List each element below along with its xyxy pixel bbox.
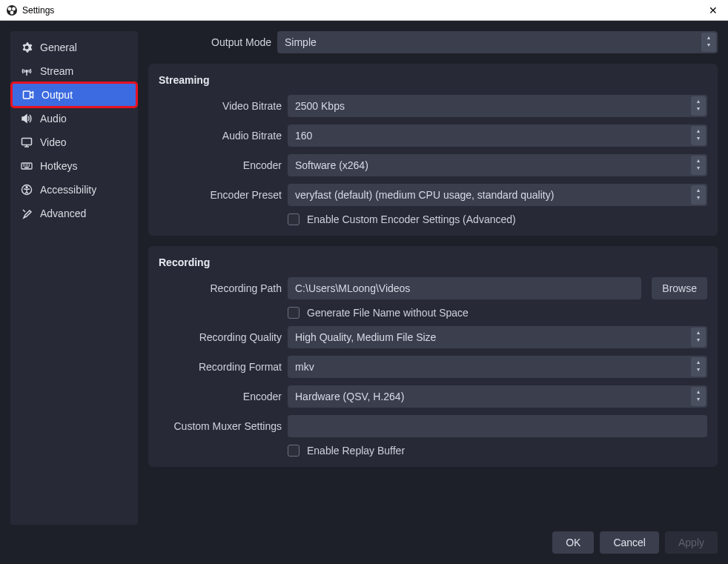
audio-bitrate-value: 160	[295, 130, 312, 142]
output-mode-select[interactable]: Simple ▴▾	[277, 31, 718, 53]
ok-button[interactable]: OK	[552, 531, 594, 554]
checkbox-icon[interactable]	[288, 445, 300, 457]
replay-buffer-row[interactable]: Enable Replay Buffer	[288, 445, 707, 457]
sidebar-item-label: Advanced	[40, 208, 86, 219]
enable-custom-label: Enable Custom Encoder Settings (Advanced…	[307, 213, 516, 225]
dropdown-icon: ▴▾	[691, 185, 706, 205]
dropdown-icon: ▴▾	[691, 156, 706, 175]
muxer-label: Custom Muxer Settings	[159, 420, 282, 432]
enable-custom-encoder-row[interactable]: Enable Custom Encoder Settings (Advanced…	[288, 213, 707, 225]
video-bitrate-input[interactable]: 2500 Kbps ▴▾	[288, 95, 707, 117]
recording-path-label: Recording Path	[159, 282, 282, 294]
speaker-icon	[21, 113, 33, 125]
sidebar-item-stream[interactable]: Stream	[10, 59, 138, 83]
output-mode-row: Output Mode Simple ▴▾	[148, 31, 718, 53]
accessibility-icon	[21, 184, 33, 196]
streaming-title: Streaming	[159, 74, 707, 86]
recording-title: Recording	[159, 256, 707, 268]
video-bitrate-value: 2500 Kbps	[295, 100, 345, 112]
sidebar-item-label: Accessibility	[40, 184, 96, 196]
settings-content: Output Mode Simple ▴▾ Streaming Video Bi…	[148, 31, 718, 525]
muxer-input[interactable]	[288, 415, 707, 437]
encoder-label: Encoder	[159, 159, 282, 171]
recording-encoder-label: Encoder	[159, 391, 282, 402]
sidebar-item-label: General	[40, 42, 77, 53]
gear-icon	[21, 42, 33, 53]
monitor-icon	[21, 136, 33, 148]
keyboard-icon	[21, 160, 33, 172]
sidebar-item-label: Output	[42, 89, 73, 101]
streaming-section: Streaming Video Bitrate 2500 Kbps ▴▾ Aud…	[148, 64, 718, 236]
sidebar-item-label: Audio	[40, 113, 67, 125]
browse-button[interactable]: Browse	[652, 277, 707, 299]
svg-point-3	[10, 10, 14, 14]
encoder-select[interactable]: Software (x264) ▴▾	[288, 154, 707, 176]
dropdown-icon: ▴▾	[691, 357, 706, 376]
sidebar-item-label: Video	[40, 136, 67, 148]
encoder-preset-value: veryfast (default) (medium CPU usage, st…	[295, 189, 554, 201]
sidebar-item-accessibility[interactable]: Accessibility	[10, 178, 138, 202]
checkbox-icon[interactable]	[288, 213, 300, 225]
dropdown-icon: ▴▾	[691, 387, 706, 406]
svg-point-2	[12, 7, 16, 10]
window-title: Settings	[22, 5, 54, 16]
recording-quality-label: Recording Quality	[159, 331, 282, 343]
video-bitrate-label: Video Bitrate	[159, 100, 282, 112]
output-mode-label: Output Mode	[148, 36, 271, 48]
svg-rect-6	[22, 139, 32, 145]
replay-buffer-label: Enable Replay Buffer	[307, 445, 405, 457]
recording-format-label: Recording Format	[159, 361, 282, 373]
audio-bitrate-label: Audio Bitrate	[159, 130, 282, 142]
encoder-value: Software (x264)	[295, 159, 368, 171]
sidebar-item-video[interactable]: Video	[10, 130, 138, 154]
recording-format-select[interactable]: mkv ▴▾	[288, 356, 707, 378]
apply-button[interactable]: Apply	[665, 531, 718, 554]
sidebar-item-output[interactable]: Output	[12, 83, 136, 107]
audio-bitrate-select[interactable]: 160 ▴▾	[288, 125, 707, 147]
svg-point-9	[26, 187, 27, 188]
checkbox-icon[interactable]	[288, 307, 300, 319]
generate-no-space-row[interactable]: Generate File Name without Space	[288, 307, 707, 319]
dropdown-icon: ▴▾	[691, 328, 706, 347]
sidebar-item-hotkeys[interactable]: Hotkeys	[10, 154, 138, 178]
recording-encoder-value: Hardware (QSV, H.264)	[295, 391, 404, 402]
dropdown-icon: ▴▾	[701, 33, 716, 52]
titlebar: Settings ✕	[0, 0, 728, 21]
window-close-button[interactable]: ✕	[704, 3, 722, 18]
dialog-footer: OK Cancel Apply	[552, 531, 718, 554]
cancel-button[interactable]: Cancel	[600, 531, 659, 554]
spinner-icon: ▴▾	[691, 96, 706, 116]
tools-icon	[21, 208, 33, 219]
generate-no-space-label: Generate File Name without Space	[307, 307, 469, 319]
recording-path-value: C:\Users\MLoong\Videos	[295, 282, 410, 294]
recording-section: Recording Recording Path C:\Users\MLoong…	[148, 246, 718, 467]
svg-point-4	[26, 70, 27, 72]
antenna-icon	[21, 65, 33, 77]
recording-path-input[interactable]: C:\Users\MLoong\Videos	[288, 277, 641, 299]
recording-quality-value: High Quality, Medium File Size	[295, 331, 436, 343]
sidebar-item-advanced[interactable]: Advanced	[10, 202, 138, 225]
encoder-preset-select[interactable]: veryfast (default) (medium CPU usage, st…	[288, 184, 707, 206]
output-mode-value: Simple	[285, 36, 317, 48]
dropdown-icon: ▴▾	[691, 126, 706, 145]
encoder-preset-label: Encoder Preset	[159, 189, 282, 201]
recording-quality-select[interactable]: High Quality, Medium File Size ▴▾	[288, 326, 707, 348]
output-icon	[22, 89, 34, 101]
sidebar-item-label: Hotkeys	[40, 160, 78, 172]
app-icon	[6, 4, 18, 16]
svg-point-1	[8, 7, 12, 10]
recording-format-value: mkv	[295, 361, 314, 373]
settings-sidebar: General Stream Output Audio Video	[10, 31, 138, 525]
recording-encoder-select[interactable]: Hardware (QSV, H.264) ▴▾	[288, 385, 707, 408]
sidebar-item-audio[interactable]: Audio	[10, 107, 138, 130]
main-area: General Stream Output Audio Video	[0, 21, 728, 525]
svg-rect-5	[24, 91, 30, 99]
sidebar-item-general[interactable]: General	[10, 36, 138, 59]
sidebar-item-label: Stream	[40, 65, 73, 77]
